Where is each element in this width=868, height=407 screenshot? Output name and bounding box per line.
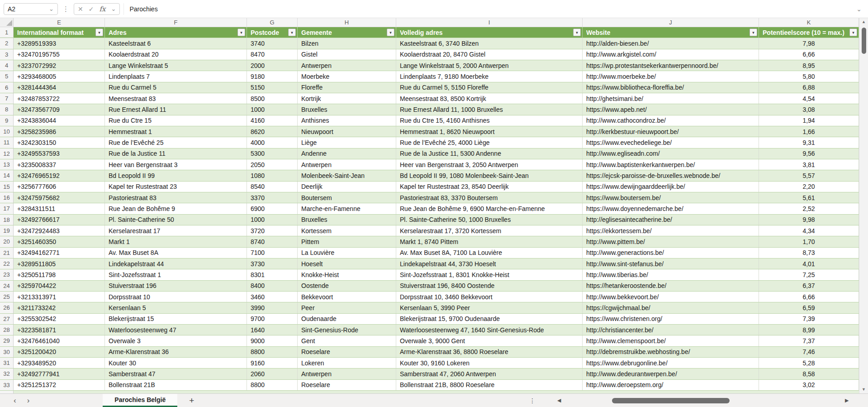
cell-J6[interactable]: https://www.bibliotheca-floreffia.be/ bbox=[583, 82, 759, 93]
cell-I33[interactable]: Bollenstraat 21B, 8800 Roeselare bbox=[396, 380, 583, 390]
cell-K20[interactable]: 1,70 bbox=[759, 236, 859, 247]
cell-I9[interactable]: Rue du Ctre 15, 4160 Anthisnes bbox=[396, 115, 583, 126]
cell-I31[interactable]: Kouter 30, 9160 Lokeren bbox=[396, 358, 583, 368]
cell-H4[interactable]: Antwerpen bbox=[298, 60, 396, 71]
cell-H29[interactable]: Gent bbox=[298, 335, 396, 346]
cell-K32[interactable]: 8,58 bbox=[759, 369, 859, 379]
cell-F32[interactable]: Samberstraat 47 bbox=[105, 369, 247, 379]
cell-H31[interactable]: Lokeren bbox=[298, 358, 396, 368]
cell-G14[interactable]: 1080 bbox=[247, 170, 298, 181]
cell-J32[interactable]: http://www.dedeurantwerpen.be/ bbox=[583, 369, 759, 379]
cell-F27[interactable]: Blekerijstraat 15 bbox=[105, 314, 247, 324]
cell-H12[interactable]: Andenne bbox=[298, 148, 396, 159]
cell-E2[interactable]: +3289519393 bbox=[14, 38, 105, 48]
formula-bar-expand-icon[interactable]: ⌄ bbox=[853, 5, 865, 13]
row-number-9[interactable]: 9 bbox=[0, 115, 14, 126]
cell-I30[interactable]: Arme-Klarenstraat 36, 8800 Roeselare bbox=[396, 347, 583, 357]
row-number-24[interactable]: 24 bbox=[0, 281, 14, 291]
column-letter-E[interactable]: E bbox=[14, 18, 105, 27]
cell-H30[interactable]: Roeselare bbox=[298, 347, 396, 357]
cell-K5[interactable]: 5,80 bbox=[759, 71, 859, 81]
cell-E23[interactable]: +3250511798 bbox=[14, 269, 105, 280]
h-scroll-right-icon[interactable]: ▶ bbox=[845, 397, 849, 403]
sheet-bar-kebab-icon[interactable]: ⋮ bbox=[529, 397, 536, 404]
row-number-23[interactable]: 23 bbox=[0, 269, 14, 280]
row-number-16[interactable]: 16 bbox=[0, 192, 14, 203]
row-number-3[interactable]: 3 bbox=[0, 49, 14, 60]
row-number-29[interactable]: 29 bbox=[0, 335, 14, 346]
cell-H7[interactable]: Kortrijk bbox=[298, 93, 396, 104]
select-all-corner[interactable] bbox=[0, 18, 14, 27]
cell-E20[interactable]: +3251460350 bbox=[14, 236, 105, 247]
cell-G12[interactable]: 5300 bbox=[247, 148, 298, 159]
row-number-1[interactable]: 1 bbox=[0, 27, 14, 38]
cell-K16[interactable]: 5,61 bbox=[759, 192, 859, 203]
cell-I23[interactable]: Sint-Jozefsstraat 1, 8301 Knokke-Heist bbox=[396, 269, 583, 280]
cancel-icon[interactable]: ✕ bbox=[78, 5, 83, 13]
column-header-J[interactable]: Website▾ bbox=[583, 27, 759, 38]
column-header-K[interactable]: Potentieelscore (10 = max.)▾ bbox=[759, 27, 859, 38]
cell-E21[interactable]: +32494162771 bbox=[14, 248, 105, 258]
cell-K24[interactable]: 6,37 bbox=[759, 281, 859, 291]
row-number-20[interactable]: 20 bbox=[0, 236, 14, 247]
cell-E22[interactable]: +3289511805 bbox=[14, 259, 105, 269]
row-number-12[interactable]: 12 bbox=[0, 148, 14, 159]
cell-J12[interactable]: http://www.egliseadn.com/ bbox=[583, 148, 759, 159]
cell-F20[interactable]: Markt 1 bbox=[105, 236, 247, 247]
cell-F17[interactable]: Rue Jean de Bohême 9 bbox=[105, 203, 247, 214]
cell-H13[interactable]: Antwerpen bbox=[298, 159, 396, 170]
cell-I3[interactable]: Koolaerdstraat 20, 8470 Gistel bbox=[396, 49, 583, 60]
cell-H20[interactable]: Pittem bbox=[298, 236, 396, 247]
cell-J19[interactable]: https://ekkortessem.be/ bbox=[583, 225, 759, 236]
column-letter-J[interactable]: J bbox=[583, 18, 759, 27]
cell-I8[interactable]: Rue Ernest Allard 11, 1000 Bruxelles bbox=[396, 104, 583, 115]
row-number-4[interactable]: 4 bbox=[0, 60, 14, 71]
cell-J25[interactable]: http://www.bekkevoort.be/ bbox=[583, 292, 759, 302]
row-number-22[interactable]: 22 bbox=[0, 259, 14, 269]
cell-H8[interactable]: Bruxelles bbox=[298, 104, 396, 115]
cell-H6[interactable]: Floreffe bbox=[298, 82, 396, 93]
filter-button-E[interactable]: ▾ bbox=[95, 29, 103, 36]
cell-E26[interactable]: +3211733242 bbox=[14, 302, 105, 313]
cell-E24[interactable]: +3259704422 bbox=[14, 281, 105, 291]
cell-G8[interactable]: 1000 bbox=[247, 104, 298, 115]
cell-J7[interactable]: http://ghetsimani.be/ bbox=[583, 93, 759, 104]
cell-K6[interactable]: 6,88 bbox=[759, 82, 859, 93]
cell-G23[interactable]: 8301 bbox=[247, 269, 298, 280]
scroll-up-icon[interactable]: ▲ bbox=[862, 20, 866, 24]
cell-H23[interactable]: Knokke-Heist bbox=[298, 269, 396, 280]
cell-E17[interactable]: +3284311511 bbox=[14, 203, 105, 214]
cell-F8[interactable]: Rue Ernest Allard 11 bbox=[105, 104, 247, 115]
cell-H10[interactable]: Nieuwpoort bbox=[298, 126, 396, 137]
cell-G10[interactable]: 8620 bbox=[247, 126, 298, 137]
cell-K4[interactable]: 8,95 bbox=[759, 60, 859, 71]
cell-E10[interactable]: +3258235986 bbox=[14, 126, 105, 137]
cell-J10[interactable]: http://kerkbestuur-nieuwpoort.be/ bbox=[583, 126, 759, 137]
cell-F25[interactable]: Dorpsstraat 10 bbox=[105, 292, 247, 302]
sheet-nav-right-icon[interactable]: › bbox=[22, 397, 35, 404]
cell-G21[interactable]: 7100 bbox=[247, 248, 298, 258]
row-number-6[interactable]: 6 bbox=[0, 82, 14, 93]
cell-I32[interactable]: Samberstraat 47, 2060 Antwerpen bbox=[396, 369, 583, 379]
cell-I19[interactable]: Kerselarestraat 17, 3720 Kortessem bbox=[396, 225, 583, 236]
h-scroll-left-icon[interactable]: ◀ bbox=[557, 397, 561, 403]
cell-F13[interactable]: Heer van Bergenstraat 3 bbox=[105, 159, 247, 170]
cell-I29[interactable]: Overwale 3, 9000 Gent bbox=[396, 335, 583, 346]
cell-G22[interactable]: 3730 bbox=[247, 259, 298, 269]
cell-E18[interactable]: +32492766617 bbox=[14, 215, 105, 225]
cell-E29[interactable]: +32476461040 bbox=[14, 335, 105, 346]
name-box[interactable]: A2 ⌄ bbox=[4, 3, 58, 15]
filter-button-G[interactable]: ▾ bbox=[288, 29, 296, 36]
column-letter-I[interactable]: I bbox=[396, 18, 583, 27]
cell-F19[interactable]: Kerselarestraat 17 bbox=[105, 225, 247, 236]
cell-I27[interactable]: Blekerijstraat 15, 9700 Oudenaarde bbox=[396, 314, 583, 324]
cell-F4[interactable]: Lange Winkelstraat 5 bbox=[105, 60, 247, 71]
cell-H9[interactable]: Anthisnes bbox=[298, 115, 396, 126]
cell-H5[interactable]: Moerbeke bbox=[298, 71, 396, 81]
cell-E31[interactable]: +3293489520 bbox=[14, 358, 105, 368]
cell-H14[interactable]: Molenbeek-Saint-Jean bbox=[298, 170, 396, 181]
cell-J18[interactable]: http://eglisesaintecatherine.be/ bbox=[583, 215, 759, 225]
cell-H28[interactable]: Sint-Genesius-Rode bbox=[298, 325, 396, 335]
cell-H18[interactable]: Bruxelles bbox=[298, 215, 396, 225]
cell-F5[interactable]: Lindenplaats 7 bbox=[105, 71, 247, 81]
